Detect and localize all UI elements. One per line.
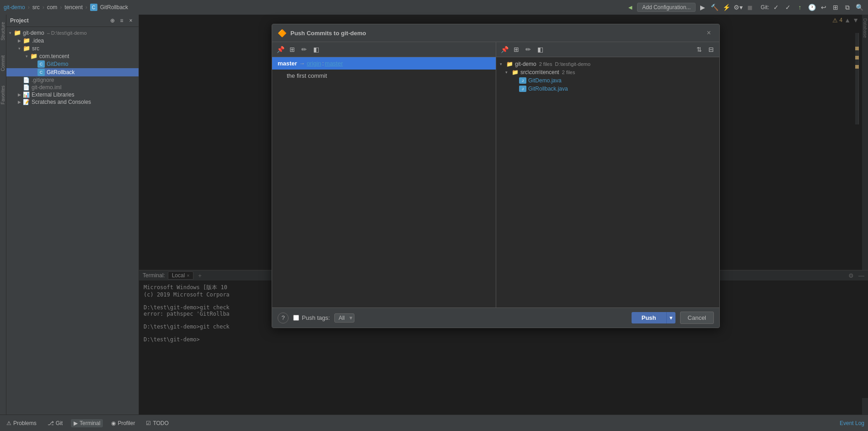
commit-list: master → origin : master the first commi…	[272, 57, 496, 307]
project-panel-header: Project ⊕ ≡ ×	[6, 15, 139, 27]
tree-item-gitdemo[interactable]: C GitDemo	[6, 60, 139, 68]
tree-item-gitrollback[interactable]: C GitRollback	[6, 68, 139, 76]
pin-right-button[interactable]: 📌	[499, 44, 510, 55]
pin-tab-button[interactable]: 📌	[275, 44, 286, 55]
cancel-button[interactable]: Cancel	[680, 312, 714, 324]
breadcrumb-tencent[interactable]: tencent	[64, 4, 82, 11]
problems-label: Problems	[13, 420, 37, 426]
close-panel-icon[interactable]: ×	[127, 16, 135, 25]
tree-path-git-demo: – D:\test\git-demo	[47, 30, 87, 36]
dtree-folder-icon-src: 📁	[512, 69, 519, 75]
tree-label-idea: .idea	[32, 38, 44, 44]
dialog-icon: 🔶	[278, 29, 287, 38]
structure-panel-icon[interactable]: Structure	[0, 18, 6, 44]
git-check-icon[interactable]: ✓	[771, 2, 781, 12]
add-configuration-button[interactable]: Add Configuration...	[637, 3, 696, 12]
dialog-title-bar: 🔶 Push Commits to git-demo ×	[272, 24, 719, 42]
commit-label-first: the first commit	[287, 72, 327, 79]
stop-icon[interactable]: ◼	[745, 2, 755, 12]
git-check2-icon[interactable]: ✓	[783, 2, 793, 12]
tree-item-src[interactable]: ▾ 📁 src	[6, 44, 139, 52]
tree-root-git-demo[interactable]: ▾ 📁 git-demo – D:\test\git-demo	[6, 29, 139, 37]
push-dropdown-arrow[interactable]: ▾	[666, 312, 675, 323]
diff-right-button[interactable]: ◧	[535, 44, 546, 55]
tree-arrow-idea: ▶	[16, 38, 23, 43]
push-button[interactable]: Push	[632, 312, 666, 323]
status-right: Event Log	[840, 420, 864, 426]
push-tags-group: Push tags:	[293, 314, 330, 321]
tree-arrow-scratches: ▶	[16, 100, 23, 104]
push-tags-select[interactable]: All	[334, 313, 354, 323]
help-button[interactable]: ?	[278, 312, 289, 323]
tree-item-gitignore[interactable]: 📄 .gitignore	[6, 76, 139, 84]
main-layout: Structure Commit Favorites Project ⊕ ≡ ×…	[0, 15, 868, 415]
commit-first-entry[interactable]: the first commit	[272, 70, 496, 82]
dtree-item-gitrollback-java[interactable]: J GitRollback.java	[496, 85, 719, 93]
breadcrumb-git-demo[interactable]: git-demo	[4, 4, 25, 11]
branch-from-label: master	[278, 60, 297, 67]
edit-button[interactable]: ✏	[299, 44, 310, 55]
dialog-left-panel: 📌 ⊞ ✏ ◧ master → origin	[272, 42, 496, 307]
folder-icon-com: 📁	[30, 53, 38, 59]
git-undo-icon[interactable]: ↩	[819, 2, 829, 12]
panel-options-icon[interactable]: ≡	[118, 16, 126, 25]
tree-label-gitrollback: GitRollback	[47, 69, 75, 75]
tree-item-iml[interactable]: 📄 git-demo.iml	[6, 84, 139, 91]
git-history-icon[interactable]: 🕐	[807, 2, 817, 12]
dialog-file-tree: ▾ 📁 git-demo 2 files D:\test\git-demo ▾ …	[496, 57, 719, 307]
branch-origin-link[interactable]: origin	[307, 60, 321, 67]
search-icon[interactable]: 🔍	[854, 2, 864, 12]
breadcrumb-gitrollback[interactable]: GitRollback	[100, 4, 128, 11]
build-icon[interactable]: 🔨	[709, 2, 719, 12]
tree-label-ext-libs: External Libraries	[32, 92, 74, 98]
sep4: ›	[86, 4, 87, 11]
dtree-name-gitrollback-java[interactable]: GitRollback.java	[528, 86, 568, 92]
tree-item-ext-libs[interactable]: ▶ 📊 External Libraries	[6, 91, 139, 98]
tree-label-src: src	[32, 45, 39, 52]
dtree-name-src: src\com\tencent	[520, 69, 559, 75]
commit-branch-item[interactable]: master → origin : master	[272, 57, 496, 70]
status-todo[interactable]: ☑ TODO	[143, 419, 171, 427]
more-run-icon[interactable]: ⚙▾	[733, 2, 743, 12]
git-label: Git	[56, 420, 63, 426]
flat-view-button[interactable]: ✏	[523, 44, 534, 55]
coverage-icon[interactable]: ⚡	[721, 2, 731, 12]
collapse-button[interactable]: ⊟	[706, 44, 717, 55]
window-icon[interactable]: ⧉	[842, 2, 852, 12]
expand-button[interactable]: ⇅	[694, 44, 705, 55]
java-icon-gitrollback: C	[38, 69, 45, 76]
dtree-item-src-tencent[interactable]: ▾ 📁 src\com\tencent 2 files	[496, 68, 719, 76]
breadcrumb-src[interactable]: src	[32, 4, 40, 11]
back-icon[interactable]: ◄	[625, 2, 635, 12]
tree-item-idea[interactable]: ▶ 📁 .idea	[6, 37, 139, 44]
commit-panel-icon[interactable]: Commit	[0, 52, 6, 75]
dtree-item-gitdemo-java[interactable]: J GitDemo.java	[496, 76, 719, 85]
favorites-panel-icon[interactable]: Favorites	[0, 82, 6, 108]
tree-arrow-src: ▾	[16, 46, 23, 51]
git-push-icon[interactable]: ↑	[795, 2, 805, 12]
tree-view-button[interactable]: ⊞	[511, 44, 522, 55]
status-problems[interactable]: ⚠ Problems	[4, 419, 39, 427]
locate-file-icon[interactable]: ⊕	[108, 16, 117, 25]
dialog-left-toolbar: 📌 ⊞ ✏ ◧	[272, 42, 496, 57]
branch-to-link[interactable]: master	[325, 60, 343, 67]
dtree-root-git-demo[interactable]: ▾ 📁 git-demo 2 files D:\test\git-demo	[496, 60, 719, 68]
todo-label: TODO	[153, 420, 168, 426]
project-panel: Project ⊕ ≡ × ▾ 📁 git-demo – D:\test\git…	[6, 15, 139, 415]
event-log-link[interactable]: Event Log	[840, 420, 864, 426]
dtree-name-gitdemo-java[interactable]: GitDemo.java	[528, 77, 562, 84]
run-icon[interactable]: ▶	[697, 2, 707, 12]
breadcrumb-com[interactable]: com	[47, 4, 58, 11]
status-git[interactable]: ⎇ Git	[45, 419, 65, 427]
vcs-icon[interactable]: ⊞	[830, 2, 841, 12]
group-by-button[interactable]: ⊞	[287, 44, 298, 55]
diff-button[interactable]: ◧	[311, 44, 321, 55]
tree-item-com-tencent[interactable]: ▾ 📁 com.tencent	[6, 52, 139, 60]
tree-arrow-root: ▾	[6, 31, 14, 35]
push-tags-checkbox[interactable]	[293, 315, 299, 321]
status-terminal[interactable]: ▶ Terminal	[71, 419, 103, 427]
file-icon: C	[90, 4, 97, 11]
status-profiler[interactable]: ◉ Profiler	[108, 419, 138, 427]
dialog-close-button[interactable]: ×	[704, 28, 714, 38]
tree-item-scratches[interactable]: ▶ 📝 Scratches and Consoles	[6, 98, 139, 106]
